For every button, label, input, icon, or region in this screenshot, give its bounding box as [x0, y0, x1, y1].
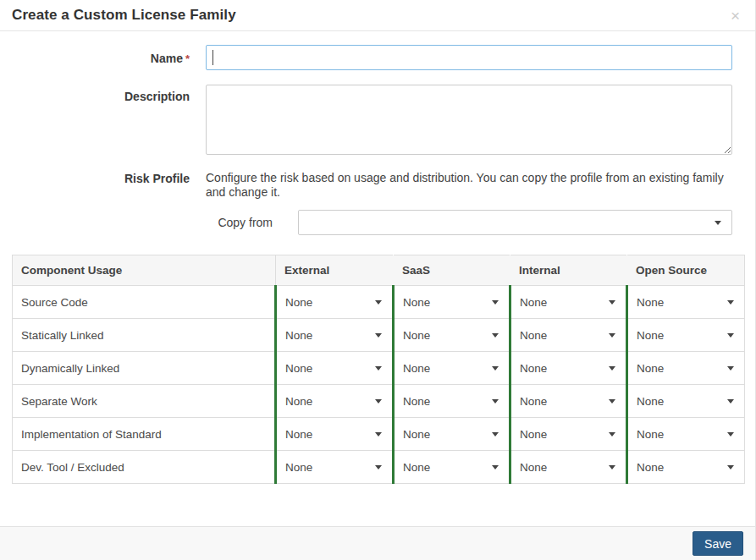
chevron-down-icon	[609, 300, 615, 305]
table-row-dynamically-linked: Dynamically Linked None None None None	[13, 352, 745, 385]
risk-select-statically-linked-internal[interactable]: None	[511, 319, 626, 351]
risk-select-dynamically-linked-saas[interactable]: None	[395, 352, 509, 384]
close-icon[interactable]: ×	[727, 6, 743, 25]
chevron-down-icon	[492, 333, 499, 338]
chevron-down-icon	[492, 300, 499, 305]
column-header-open-source: Open Source	[627, 255, 745, 286]
risk-profile-row: Risk Profile Configure the risk based on…	[12, 171, 743, 200]
create-custom-license-family-modal: Create a Custom License Family × Name* D…	[0, 0, 756, 560]
risk-select-implementation-of-standard-internal[interactable]: None	[511, 418, 626, 450]
risk-select-separate-work-external[interactable]: None	[277, 385, 392, 417]
modal-header: Create a Custom License Family ×	[0, 0, 755, 31]
risk-select-dynamically-linked-open-source[interactable]: None	[628, 352, 744, 384]
chevron-down-icon	[375, 432, 382, 436]
chevron-down-icon	[492, 465, 499, 469]
usage-label: Statically Linked	[13, 319, 276, 352]
table-row-implementation-of-standard: Implementation of Standard None None Non…	[13, 418, 745, 451]
risk-select-source-code-internal[interactable]: None	[511, 286, 626, 318]
chevron-down-icon	[609, 432, 615, 436]
risk-select-source-code-external[interactable]: None	[277, 286, 392, 318]
risk-select-separate-work-internal[interactable]: None	[511, 385, 626, 417]
chevron-down-icon	[375, 300, 382, 305]
risk-select-dev-tool-excluded-external[interactable]: None	[277, 451, 392, 483]
risk-profile-help-text: Configure the risk based on usage and di…	[206, 171, 724, 200]
name-input[interactable]	[206, 45, 732, 70]
usage-label: Dev. Tool / Excluded	[13, 451, 276, 484]
risk-select-implementation-of-standard-external[interactable]: None	[277, 418, 392, 450]
column-header-external: External	[276, 255, 394, 286]
name-label: Name*	[12, 51, 206, 65]
chevron-down-icon	[609, 333, 615, 338]
copy-from-row: Copy from	[206, 210, 743, 235]
risk-select-dev-tool-excluded-saas[interactable]: None	[395, 451, 509, 483]
chevron-down-icon	[727, 465, 734, 469]
risk-select-implementation-of-standard-open-source[interactable]: None	[628, 418, 744, 450]
risk-select-dev-tool-excluded-open-source[interactable]: None	[628, 451, 744, 483]
copy-from-label: Copy from	[206, 216, 273, 229]
chevron-down-icon	[727, 366, 734, 371]
risk-select-statically-linked-open-source[interactable]: None	[628, 319, 744, 351]
usage-label: Implementation of Standard	[13, 418, 276, 451]
chevron-down-icon	[727, 300, 734, 305]
chevron-down-icon	[609, 366, 615, 371]
modal-title: Create a Custom License Family	[12, 7, 236, 24]
column-header-internal: Internal	[510, 255, 627, 286]
chevron-down-icon	[375, 465, 382, 469]
risk-select-implementation-of-standard-saas[interactable]: None	[395, 418, 509, 450]
table-row-source-code: Source Code None None None None	[13, 286, 745, 319]
chevron-down-icon	[492, 399, 499, 404]
copy-from-select[interactable]	[298, 210, 732, 235]
description-textarea[interactable]	[206, 85, 732, 155]
risk-select-source-code-saas[interactable]: None	[395, 286, 509, 318]
usage-label: Dynamically Linked	[13, 352, 276, 385]
save-button[interactable]: Save	[693, 531, 743, 556]
risk-select-statically-linked-external[interactable]: None	[277, 319, 392, 351]
table-row-separate-work: Separate Work None None None None	[13, 385, 745, 418]
modal-body: Name* Description Risk Profile Configure…	[0, 31, 755, 526]
risk-select-dev-tool-excluded-internal[interactable]: None	[511, 451, 626, 483]
risk-select-separate-work-open-source[interactable]: None	[628, 385, 744, 417]
risk-profile-table: Component Usage External SaaS Internal O…	[12, 255, 743, 484]
name-field-row: Name*	[12, 45, 743, 70]
risk-profile-label: Risk Profile	[12, 171, 206, 200]
modal-footer: Save	[0, 526, 755, 560]
chevron-down-icon	[727, 333, 734, 338]
chevron-down-icon	[375, 333, 382, 338]
text-cursor	[212, 50, 213, 65]
required-asterisk: *	[185, 52, 190, 65]
chevron-down-icon	[727, 399, 734, 404]
column-header-component-usage: Component Usage	[13, 255, 276, 286]
risk-select-statically-linked-saas[interactable]: None	[395, 319, 509, 351]
risk-select-separate-work-saas[interactable]: None	[395, 385, 509, 417]
description-label: Description	[12, 85, 206, 155]
chevron-down-icon	[715, 221, 721, 225]
table-row-dev-tool-excluded: Dev. Tool / Excluded None None None None	[13, 451, 745, 484]
chevron-down-icon	[609, 399, 615, 404]
chevron-down-icon	[375, 399, 382, 404]
table-row-statically-linked: Statically Linked None None None None	[13, 319, 745, 352]
usage-label: Separate Work	[13, 385, 276, 418]
risk-select-source-code-open-source[interactable]: None	[628, 286, 744, 318]
risk-select-dynamically-linked-external[interactable]: None	[277, 352, 392, 384]
chevron-down-icon	[727, 432, 734, 436]
table-header-row: Component Usage External SaaS Internal O…	[13, 255, 745, 286]
chevron-down-icon	[492, 432, 499, 436]
chevron-down-icon	[375, 366, 382, 371]
risk-select-dynamically-linked-internal[interactable]: None	[511, 352, 626, 384]
description-field-row: Description	[12, 85, 743, 155]
chevron-down-icon	[609, 465, 615, 469]
usage-label: Source Code	[13, 286, 276, 319]
column-header-saas: SaaS	[394, 255, 510, 286]
chevron-down-icon	[492, 366, 499, 371]
